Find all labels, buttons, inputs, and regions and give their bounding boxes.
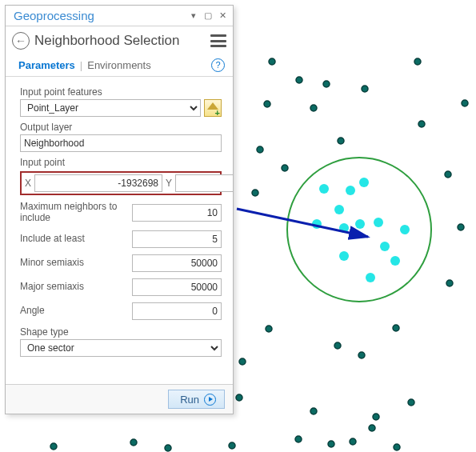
window-title: Geoprocessing — [14, 9, 186, 22]
svg-point-33 — [252, 190, 258, 196]
svg-point-42 — [374, 218, 383, 227]
svg-point-29 — [414, 58, 421, 65]
max-neighbors-label: Maximum neighbors to include — [20, 202, 126, 224]
input-point-features-label: Input point features — [20, 86, 222, 98]
svg-point-14 — [266, 326, 272, 332]
major-semiaxis-label: Major semiaxis — [20, 282, 126, 293]
svg-point-47 — [366, 273, 375, 282]
input-point-features-select[interactable]: Point_Layer — [20, 99, 201, 117]
svg-point-24 — [269, 58, 275, 65]
svg-point-40 — [339, 223, 349, 233]
help-icon[interactable]: ? — [211, 58, 225, 72]
run-label: Run — [180, 394, 199, 406]
y-label: Y — [166, 178, 172, 189]
run-button[interactable]: Run — [168, 390, 225, 409]
svg-point-13 — [239, 358, 246, 365]
shape-type-select[interactable]: One sector — [20, 339, 222, 357]
svg-point-0 — [50, 443, 57, 450]
tab-parameters[interactable]: Parameters — [14, 59, 80, 71]
svg-point-23 — [264, 101, 270, 107]
close-icon[interactable]: ✕ — [215, 9, 230, 23]
geoprocessing-panel: Geoprocessing ▾ ▢ ✕ ← Neighborhood Selec… — [5, 5, 234, 414]
maximize-icon[interactable]: ▢ — [201, 9, 215, 23]
tabs: Parameters | Environments ? — [6, 55, 233, 74]
svg-point-26 — [310, 105, 317, 111]
angle-input[interactable] — [132, 302, 222, 320]
svg-point-16 — [358, 352, 365, 358]
play-icon — [204, 394, 216, 406]
svg-point-4 — [295, 436, 302, 442]
svg-point-45 — [380, 242, 390, 251]
svg-point-31 — [462, 100, 468, 106]
svg-point-8 — [369, 425, 375, 431]
svg-point-9 — [373, 414, 379, 420]
svg-point-7 — [350, 438, 356, 445]
svg-point-15 — [334, 342, 341, 349]
svg-point-37 — [359, 178, 369, 187]
tool-title: Neighborhood Selection — [34, 33, 210, 49]
svg-point-46 — [390, 256, 400, 266]
shape-type-label: Shape type — [20, 326, 222, 338]
svg-point-39 — [312, 219, 322, 229]
tab-environments[interactable]: Environments — [82, 59, 155, 71]
svg-point-41 — [355, 219, 365, 229]
svg-point-17 — [393, 325, 399, 331]
svg-point-35 — [319, 184, 329, 194]
svg-point-28 — [362, 86, 368, 92]
input-point-label: Input point — [20, 157, 222, 168]
dock-icon[interactable]: ▾ — [186, 9, 201, 23]
svg-point-30 — [418, 121, 425, 127]
svg-point-11 — [408, 399, 414, 406]
svg-line-48 — [237, 209, 368, 237]
x-label: X — [25, 178, 31, 189]
svg-point-2 — [229, 442, 235, 449]
svg-point-44 — [339, 251, 349, 261]
svg-point-10 — [394, 444, 400, 450]
svg-point-34 — [287, 158, 431, 302]
footer: Run — [6, 384, 233, 414]
output-layer-input[interactable] — [20, 134, 222, 152]
svg-point-5 — [310, 408, 317, 414]
svg-point-32 — [338, 138, 344, 144]
menu-icon[interactable] — [210, 34, 226, 47]
svg-point-19 — [458, 224, 464, 230]
angle-label: Angle — [20, 306, 126, 317]
svg-point-12 — [236, 394, 242, 401]
svg-point-22 — [257, 146, 263, 153]
svg-point-25 — [296, 77, 302, 83]
y-input[interactable] — [175, 174, 233, 192]
add-layer-button[interactable] — [204, 99, 222, 117]
output-layer-label: Output layer — [20, 122, 222, 133]
tool-header: ← Neighborhood Selection — [6, 26, 233, 55]
input-point-box: X Y — [20, 171, 222, 195]
svg-point-1 — [130, 439, 137, 446]
parameters-body: Input point features Point_Layer Output … — [6, 77, 233, 384]
svg-point-6 — [328, 441, 334, 447]
svg-point-43 — [400, 225, 410, 234]
back-button[interactable]: ← — [12, 32, 30, 50]
major-semiaxis-input[interactable] — [132, 278, 222, 296]
minor-semiaxis-label: Minor semiaxis — [20, 258, 126, 269]
svg-point-20 — [445, 171, 451, 178]
svg-point-27 — [323, 81, 330, 87]
svg-point-3 — [165, 445, 171, 451]
include-at-least-label: Include at least — [20, 234, 126, 245]
svg-point-38 — [334, 205, 344, 214]
minor-semiaxis-input[interactable] — [132, 254, 222, 272]
svg-point-18 — [446, 280, 453, 286]
svg-point-21 — [282, 165, 288, 171]
include-at-least-input[interactable] — [132, 230, 222, 248]
x-input[interactable] — [34, 174, 162, 192]
svg-point-36 — [346, 186, 355, 195]
titlebar: Geoprocessing ▾ ▢ ✕ — [6, 6, 233, 26]
max-neighbors-input[interactable] — [132, 204, 222, 222]
